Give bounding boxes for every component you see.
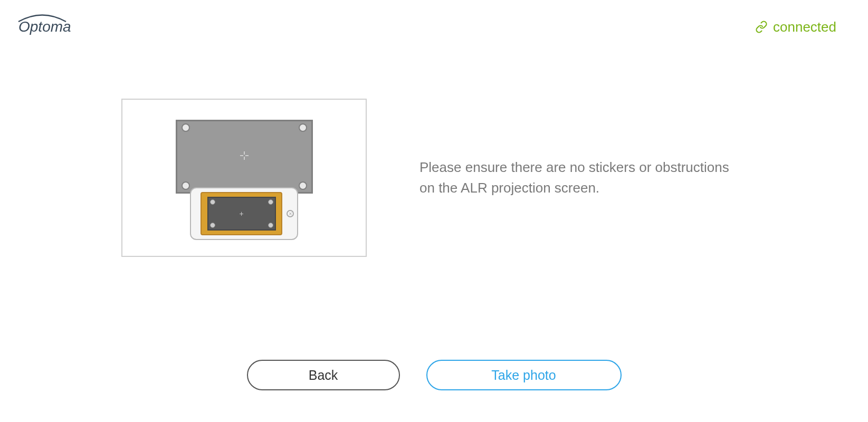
center-cross-icon: + xyxy=(239,209,243,218)
phone-inner-screen: + xyxy=(207,197,276,231)
status-label: connected xyxy=(773,19,836,35)
home-button-icon: ✕ xyxy=(287,210,294,217)
setup-illustration: + ✕ xyxy=(121,99,367,257)
corner-dot-icon xyxy=(268,223,273,228)
back-button[interactable]: Back xyxy=(247,360,400,390)
app-header: Optoma connected xyxy=(0,0,868,35)
corner-dot-icon xyxy=(210,223,215,228)
corner-dot-icon xyxy=(182,181,190,190)
phone-graphic: + ✕ xyxy=(190,187,298,240)
corner-dot-icon xyxy=(299,123,307,132)
link-icon xyxy=(755,21,768,33)
corner-dot-icon xyxy=(268,199,273,205)
logo-arc-icon xyxy=(16,11,69,27)
projection-screen-graphic xyxy=(176,120,313,194)
corner-dot-icon xyxy=(182,123,190,132)
phone-viewfinder: + xyxy=(201,192,282,235)
action-bar: Back Take photo xyxy=(0,360,868,390)
connection-status: connected xyxy=(755,19,836,35)
take-photo-button[interactable]: Take photo xyxy=(426,360,622,390)
main-content: + ✕ Please ensure there are no stickers … xyxy=(0,35,868,257)
instruction-text: Please ensure there are no stickers or o… xyxy=(419,157,747,198)
corner-dot-icon xyxy=(210,199,215,205)
center-cross-icon xyxy=(238,149,251,165)
brand-logo: Optoma xyxy=(18,18,71,35)
corner-dot-icon xyxy=(299,181,307,190)
